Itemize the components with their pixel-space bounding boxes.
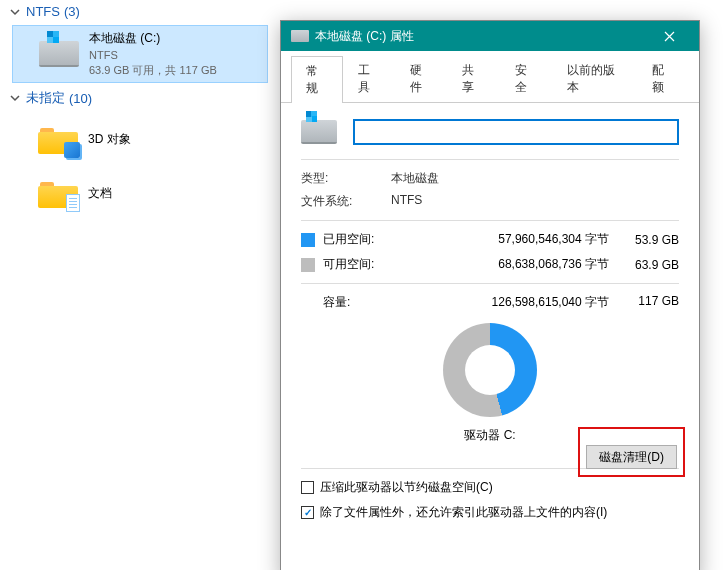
group-label: 未指定 — [26, 89, 65, 107]
index-label: 除了文件属性外，还允许索引此驱动器上文件的内容(I) — [320, 504, 607, 521]
tab-strip: 常规 工具 硬件 共享 安全 以前的版本 配额 — [281, 51, 699, 103]
usage-donut-chart — [443, 323, 537, 417]
capacity-gb: 117 GB — [609, 294, 679, 311]
properties-dialog: 本地磁盘 (C:) 属性 常规 工具 硬件 共享 安全 以前的版本 配额 类型:… — [280, 20, 700, 570]
drive-name-input[interactable] — [353, 119, 679, 145]
used-label: 已用空间: — [323, 231, 403, 248]
free-swatch — [301, 258, 315, 272]
drive-space: 63.9 GB 可用，共 117 GB — [89, 63, 217, 78]
type-label: 类型: — [301, 170, 391, 187]
group-count: (3) — [64, 4, 80, 19]
capacity-label: 容量: — [323, 294, 403, 311]
drive-icon — [301, 120, 337, 144]
tab-tools[interactable]: 工具 — [343, 55, 395, 102]
group-unassigned[interactable]: 未指定 (10) — [0, 85, 280, 111]
drive-icon — [37, 32, 81, 76]
drive-name: 本地磁盘 (C:) — [89, 30, 217, 47]
tab-security[interactable]: 安全 — [500, 55, 552, 102]
free-gb: 63.9 GB — [609, 258, 679, 272]
close-icon — [664, 31, 675, 42]
free-bytes: 68,638,068,736 字节 — [403, 256, 609, 273]
type-value: 本地磁盘 — [391, 170, 439, 187]
tab-hardware[interactable]: 硬件 — [395, 55, 447, 102]
used-bytes: 57,960,546,304 字节 — [403, 231, 609, 248]
group-ntfs[interactable]: NTFS (3) — [0, 0, 280, 23]
dialog-titlebar[interactable]: 本地磁盘 (C:) 属性 — [281, 21, 699, 51]
compress-label: 压缩此驱动器以节约磁盘空间(C) — [320, 479, 493, 496]
tab-general[interactable]: 常规 — [291, 56, 343, 103]
tab-quota[interactable]: 配额 — [637, 55, 689, 102]
disk-cleanup-button[interactable]: 磁盘清理(D) — [586, 445, 677, 469]
folder-icon — [36, 117, 80, 161]
folder-icon — [36, 171, 80, 215]
drive-icon — [291, 30, 309, 42]
fs-value: NTFS — [391, 193, 422, 210]
drive-item-c[interactable]: 本地磁盘 (C:) NTFS 63.9 GB 可用，共 117 GB — [12, 25, 268, 83]
folder-documents[interactable]: 文档 — [12, 167, 268, 219]
cleanup-highlight: 磁盘清理(D) — [578, 427, 685, 477]
tab-sharing[interactable]: 共享 — [447, 55, 499, 102]
tab-previous[interactable]: 以前的版本 — [552, 55, 637, 102]
chevron-down-icon — [8, 5, 22, 19]
chevron-down-icon — [8, 91, 22, 105]
used-swatch — [301, 233, 315, 247]
close-button[interactable] — [649, 21, 689, 51]
capacity-bytes: 126,598,615,040 字节 — [403, 294, 609, 311]
free-label: 可用空间: — [323, 256, 403, 273]
used-gb: 53.9 GB — [609, 233, 679, 247]
folder-3d-objects[interactable]: 3D 对象 — [12, 113, 268, 165]
folder-name: 3D 对象 — [88, 131, 131, 148]
explorer-panel: NTFS (3) 本地磁盘 (C:) NTFS 63.9 GB 可用，共 117… — [0, 0, 280, 221]
index-checkbox[interactable] — [301, 506, 314, 519]
group-label: NTFS — [26, 4, 60, 19]
compress-checkbox[interactable] — [301, 481, 314, 494]
drive-fs: NTFS — [89, 49, 217, 61]
group-count: (10) — [69, 91, 92, 106]
fs-label: 文件系统: — [301, 193, 391, 210]
drive-caption: 驱动器 C: — [443, 427, 537, 444]
dialog-title: 本地磁盘 (C:) 属性 — [315, 28, 414, 45]
folder-name: 文档 — [88, 185, 112, 202]
dialog-body: 类型: 本地磁盘 文件系统: NTFS 已用空间: 57,960,546,304… — [281, 103, 699, 545]
